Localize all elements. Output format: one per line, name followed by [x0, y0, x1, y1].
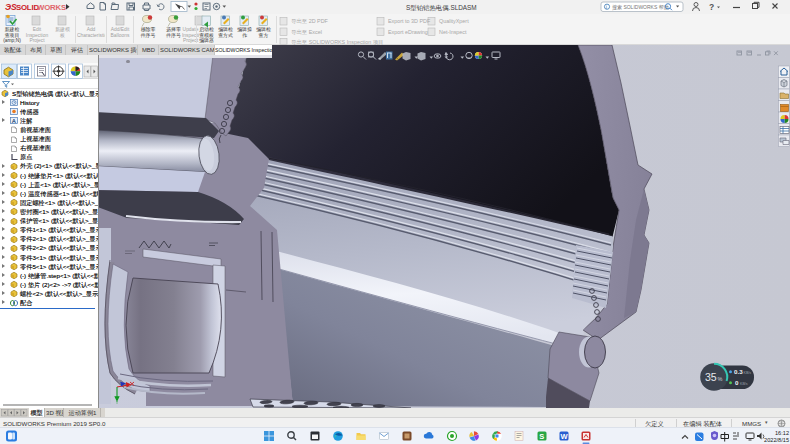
svg-text:S: S	[539, 432, 544, 441]
svg-text:2022/8/15: 2022/8/15	[764, 437, 789, 443]
svg-text:S型铂铠热电偶.SLDASM: S型铂铠热电偶.SLDASM	[406, 4, 477, 12]
svg-text:0.3: 0.3	[734, 368, 743, 375]
svg-text:WORKS: WORKS	[37, 3, 66, 12]
svg-text:A: A	[12, 118, 16, 124]
svg-text:KB/s: KB/s	[744, 371, 752, 375]
svg-text:i: i	[606, 4, 607, 10]
svg-text:16:12: 16:12	[775, 430, 789, 436]
svg-text:%: %	[718, 376, 723, 382]
svg-text:0: 0	[735, 379, 739, 386]
svg-text:35: 35	[705, 371, 717, 383]
svg-text:KB/s: KB/s	[740, 382, 748, 386]
svg-text:搜索 SOLIDWORKS 帮助: 搜索 SOLIDWORKS 帮助	[612, 4, 669, 11]
svg-text:W: W	[561, 432, 569, 441]
svg-text:SOLID: SOLID	[16, 3, 39, 12]
svg-text:?: ?	[709, 2, 714, 12]
